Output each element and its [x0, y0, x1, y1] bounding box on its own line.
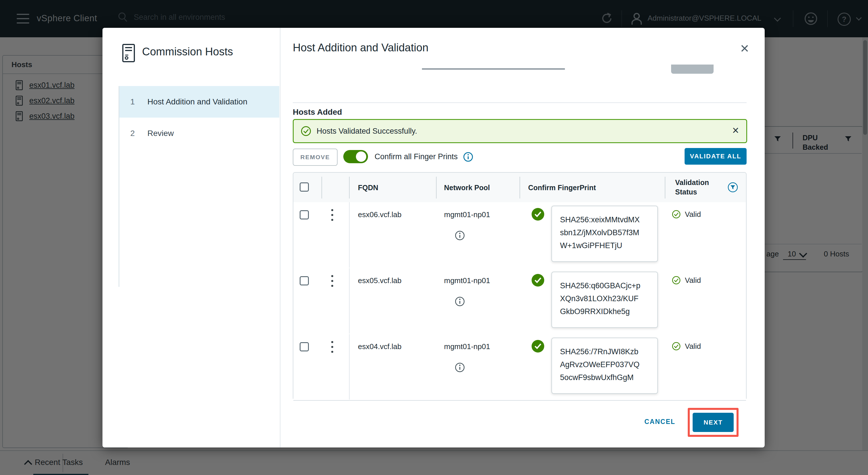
divider — [293, 102, 747, 103]
column-header-network-pool[interactable]: Network Pool — [444, 183, 490, 192]
wizard-sidebar: Commission Hosts 1 Host Addition and Val… — [102, 28, 280, 447]
hosts-table: FQDN Network Pool Confirm FingerPrint Va… — [293, 172, 747, 399]
info-icon[interactable] — [463, 152, 473, 162]
column-divider — [520, 177, 520, 199]
column-divider — [349, 177, 350, 199]
toggle-knob — [356, 151, 366, 162]
fingerprint-line: SHA256:q60GBACjc+p — [560, 281, 640, 290]
info-icon[interactable] — [455, 362, 465, 373]
filter-icon[interactable] — [727, 182, 738, 193]
wizard-title: Commission Hosts — [142, 45, 233, 58]
cell-network-pool: mgmt01-np01 — [444, 342, 490, 351]
remove-button[interactable]: REMOVE — [293, 148, 338, 166]
info-icon[interactable] — [455, 230, 465, 241]
cell-network-pool: mgmt01-np01 — [444, 276, 490, 285]
row-checkbox[interactable] — [300, 342, 309, 351]
step-label: Review — [148, 129, 174, 138]
table-row: esx04.vcf.lab mgmt01-np01 SHA256:/7RnJWI… — [293, 334, 746, 401]
clipped-input-underline — [422, 69, 565, 69]
column-divider — [321, 177, 322, 199]
fingerprint-line: W+1wGiPFHETjU — [560, 241, 622, 250]
table-row: esx06.vcf.lab mgmt01-np01 SHA256:xeixMMt… — [293, 202, 746, 269]
column-divider — [349, 268, 350, 334]
page-title: Host Addition and Validation — [293, 42, 429, 54]
table-row: esx05.vcf.lab mgmt01-np01 SHA256:q60GBAC… — [293, 268, 746, 335]
step-label: Host Addition and Validation — [148, 97, 247, 106]
column-divider — [436, 177, 437, 199]
row-actions-kebab-icon[interactable] — [331, 275, 333, 287]
column-header-fqdn[interactable]: FQDN — [358, 183, 378, 192]
fingerprint-confirmed-check-icon[interactable] — [531, 207, 545, 221]
fingerprint-line: SHA256:/7RnJWI8Kzb — [560, 347, 639, 356]
alert-close-icon[interactable]: × — [732, 125, 739, 136]
validation-status: Valid — [672, 342, 701, 351]
hosts-added-heading: Hosts Added — [293, 108, 342, 117]
validation-status: Valid — [672, 276, 701, 285]
fingerprint-confirmed-check-icon[interactable] — [531, 339, 545, 353]
fingerprint-line: AgRvzOWeEFP037VQ — [560, 360, 640, 369]
fingerprint-line: sbn1Z/jMXolvDB57f3M — [560, 228, 639, 237]
column-divider — [665, 177, 665, 199]
wizard-step-1[interactable]: 1 Host Addition and Validation — [119, 86, 279, 117]
step-number: 2 — [130, 129, 135, 138]
valid-check-icon — [672, 276, 681, 285]
valid-check-icon — [672, 210, 681, 219]
toggle-label: Confirm all Finger Prints — [375, 152, 458, 161]
clipped-button — [671, 65, 714, 74]
wizard-step-2[interactable]: 2 Review — [119, 117, 279, 149]
fingerprint-line: SHA256:xeixMMtvdMX — [560, 215, 640, 224]
success-check-icon — [301, 126, 311, 137]
commission-hosts-modal: Commission Hosts 1 Host Addition and Val… — [102, 28, 765, 447]
cell-fqdn: esx06.vcf.lab — [358, 210, 402, 219]
fingerprint-line: GkbO9RRXIDkhe5g — [560, 307, 630, 316]
row-actions-kebab-icon[interactable] — [331, 209, 333, 221]
cell-network-pool: mgmt01-np01 — [444, 210, 490, 219]
screen: vSphere Client Search in all environment… — [0, 0, 868, 475]
annotation-highlight-box — [688, 408, 739, 437]
step-number: 1 — [130, 97, 135, 106]
info-icon[interactable] — [455, 296, 465, 307]
column-header-confirm-fingerprint[interactable]: Confirm FingerPrint — [528, 183, 596, 192]
cell-fqdn: esx05.vcf.lab — [358, 276, 402, 285]
success-alert: Hosts Validated Successfully. × — [293, 119, 747, 143]
row-checkbox[interactable] — [300, 276, 309, 285]
alert-message: Hosts Validated Successfully. — [317, 127, 417, 136]
close-icon[interactable]: × — [740, 41, 749, 56]
commission-hosts-icon — [122, 44, 135, 63]
fingerprint-confirmed-check-icon[interactable] — [531, 273, 545, 287]
fingerprint-line: 5ocwF9sbwUxfhGgM — [560, 373, 634, 382]
cancel-button[interactable]: CANCEL — [644, 418, 675, 426]
row-actions-kebab-icon[interactable] — [331, 341, 333, 353]
validation-status: Valid — [672, 210, 701, 219]
select-all-checkbox[interactable] — [300, 182, 309, 192]
column-divider — [349, 202, 350, 268]
confirm-fingerprints-toggle[interactable] — [343, 150, 368, 163]
row-checkbox[interactable] — [300, 210, 309, 219]
status-text: Valid — [685, 342, 701, 351]
status-text: Valid — [685, 276, 701, 285]
cell-fqdn: esx04.vcf.lab — [358, 342, 402, 351]
column-header-validation-status[interactable]: Validation Status — [675, 178, 715, 197]
fingerprint-line: XQn3v81LOXh23/KUF — [560, 294, 639, 303]
table-header: FQDN Network Pool Confirm FingerPrint Va… — [293, 173, 746, 203]
status-text: Valid — [685, 210, 701, 219]
valid-check-icon — [672, 342, 681, 351]
fingerprint-box: SHA256:xeixMMtvdMX sbn1Z/jMXolvDB57f3M W… — [551, 206, 658, 262]
validate-all-button[interactable]: VALIDATE ALL — [685, 148, 747, 165]
column-divider — [349, 334, 350, 400]
fingerprint-box: SHA256:q60GBACjc+p XQn3v81LOXh23/KUF Gkb… — [551, 272, 658, 328]
fingerprint-box: SHA256:/7RnJWI8Kzb AgRvzOWeEFP037VQ 5ocw… — [551, 338, 658, 394]
